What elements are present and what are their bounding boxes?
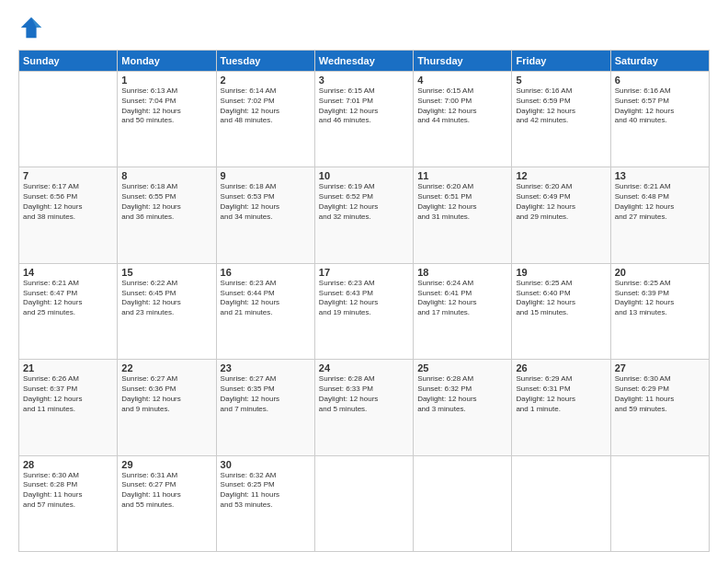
calendar-cell: 30Sunrise: 6:32 AM Sunset: 6:25 PM Dayli… [216, 455, 314, 551]
day-number: 13 [615, 170, 705, 181]
day-number: 2 [221, 75, 311, 86]
calendar-cell [610, 455, 709, 551]
day-info: Sunrise: 6:17 AM Sunset: 6:56 PM Dayligh… [23, 182, 113, 222]
day-info: Sunrise: 6:16 AM Sunset: 6:57 PM Dayligh… [615, 86, 705, 126]
day-number: 29 [121, 459, 211, 470]
day-number: 17 [319, 267, 409, 278]
day-number: 1 [121, 75, 211, 86]
page: SundayMondayTuesdayWednesdayThursdayFrid… [0, 0, 728, 563]
day-info: Sunrise: 6:18 AM Sunset: 6:55 PM Dayligh… [121, 182, 211, 222]
calendar-cell: 3Sunrise: 6:15 AM Sunset: 7:01 PM Daylig… [314, 72, 413, 167]
calendar-week-row: 28Sunrise: 6:30 AM Sunset: 6:28 PM Dayli… [19, 455, 710, 551]
day-number: 20 [615, 267, 705, 278]
calendar-body: 1Sunrise: 6:13 AM Sunset: 7:04 PM Daylig… [19, 72, 710, 552]
day-number: 8 [121, 170, 211, 181]
header [18, 15, 710, 40]
day-info: Sunrise: 6:28 AM Sunset: 6:33 PM Dayligh… [319, 374, 409, 414]
calendar-cell: 11Sunrise: 6:20 AM Sunset: 6:51 PM Dayli… [414, 167, 512, 263]
calendar-cell [19, 72, 118, 167]
calendar-cell [314, 455, 413, 551]
weekday-header: Monday [118, 51, 216, 72]
day-number: 21 [23, 362, 113, 373]
day-number: 5 [516, 75, 606, 86]
day-info: Sunrise: 6:28 AM Sunset: 6:32 PM Dayligh… [417, 374, 507, 414]
day-info: Sunrise: 6:23 AM Sunset: 6:44 PM Dayligh… [221, 279, 311, 318]
day-number: 9 [221, 170, 311, 181]
day-info: Sunrise: 6:30 AM Sunset: 6:28 PM Dayligh… [23, 471, 113, 511]
calendar-cell: 19Sunrise: 6:25 AM Sunset: 6:40 PM Dayli… [512, 263, 610, 359]
day-info: Sunrise: 6:21 AM Sunset: 6:48 PM Dayligh… [615, 182, 705, 222]
calendar-cell: 15Sunrise: 6:22 AM Sunset: 6:45 PM Dayli… [118, 263, 216, 359]
day-info: Sunrise: 6:19 AM Sunset: 6:52 PM Dayligh… [319, 182, 409, 222]
day-number: 25 [417, 362, 507, 373]
calendar-cell: 29Sunrise: 6:31 AM Sunset: 6:27 PM Dayli… [118, 455, 216, 551]
calendar-cell: 4Sunrise: 6:15 AM Sunset: 7:00 PM Daylig… [414, 72, 512, 167]
weekday-header: Friday [512, 51, 610, 72]
logo [18, 15, 48, 40]
calendar-cell: 9Sunrise: 6:18 AM Sunset: 6:53 PM Daylig… [216, 167, 314, 263]
day-info: Sunrise: 6:15 AM Sunset: 7:00 PM Dayligh… [417, 86, 507, 126]
calendar-cell: 13Sunrise: 6:21 AM Sunset: 6:48 PM Dayli… [610, 167, 709, 263]
calendar-cell: 5Sunrise: 6:16 AM Sunset: 6:59 PM Daylig… [512, 72, 610, 167]
calendar-cell: 20Sunrise: 6:25 AM Sunset: 6:39 PM Dayli… [610, 263, 709, 359]
weekday-header: Tuesday [216, 51, 314, 72]
day-info: Sunrise: 6:29 AM Sunset: 6:31 PM Dayligh… [516, 374, 606, 414]
day-info: Sunrise: 6:22 AM Sunset: 6:45 PM Dayligh… [121, 279, 211, 318]
calendar-cell: 25Sunrise: 6:28 AM Sunset: 6:32 PM Dayli… [414, 360, 512, 455]
calendar-cell [414, 455, 512, 551]
calendar-cell: 14Sunrise: 6:21 AM Sunset: 6:47 PM Dayli… [19, 263, 118, 359]
day-info: Sunrise: 6:23 AM Sunset: 6:43 PM Dayligh… [319, 279, 409, 318]
calendar-cell: 21Sunrise: 6:26 AM Sunset: 6:37 PM Dayli… [19, 360, 118, 455]
calendar-week-row: 1Sunrise: 6:13 AM Sunset: 7:04 PM Daylig… [19, 72, 710, 167]
calendar-week-row: 21Sunrise: 6:26 AM Sunset: 6:37 PM Dayli… [19, 360, 710, 455]
day-number: 4 [417, 75, 507, 86]
calendar-cell: 16Sunrise: 6:23 AM Sunset: 6:44 PM Dayli… [216, 263, 314, 359]
calendar-cell: 12Sunrise: 6:20 AM Sunset: 6:49 PM Dayli… [512, 167, 610, 263]
day-number: 28 [23, 459, 113, 470]
day-number: 3 [319, 75, 409, 86]
calendar-cell: 18Sunrise: 6:24 AM Sunset: 6:41 PM Dayli… [414, 263, 512, 359]
day-info: Sunrise: 6:20 AM Sunset: 6:49 PM Dayligh… [516, 182, 606, 222]
day-info: Sunrise: 6:31 AM Sunset: 6:27 PM Dayligh… [121, 471, 211, 511]
day-number: 16 [221, 267, 311, 278]
day-info: Sunrise: 6:27 AM Sunset: 6:35 PM Dayligh… [221, 374, 311, 414]
day-info: Sunrise: 6:21 AM Sunset: 6:47 PM Dayligh… [23, 279, 113, 318]
day-info: Sunrise: 6:15 AM Sunset: 7:01 PM Dayligh… [319, 86, 409, 126]
day-number: 11 [417, 170, 507, 181]
weekday-header: Saturday [610, 51, 709, 72]
day-number: 27 [615, 362, 705, 373]
day-number: 6 [615, 75, 705, 86]
day-info: Sunrise: 6:20 AM Sunset: 6:51 PM Dayligh… [417, 182, 507, 222]
calendar-cell: 26Sunrise: 6:29 AM Sunset: 6:31 PM Dayli… [512, 360, 610, 455]
weekday-header: Thursday [414, 51, 512, 72]
calendar-cell: 24Sunrise: 6:28 AM Sunset: 6:33 PM Dayli… [314, 360, 413, 455]
calendar-cell: 27Sunrise: 6:30 AM Sunset: 6:29 PM Dayli… [610, 360, 709, 455]
calendar-cell: 1Sunrise: 6:13 AM Sunset: 7:04 PM Daylig… [118, 72, 216, 167]
calendar-cell: 22Sunrise: 6:27 AM Sunset: 6:36 PM Dayli… [118, 360, 216, 455]
day-info: Sunrise: 6:30 AM Sunset: 6:29 PM Dayligh… [615, 374, 705, 414]
day-info: Sunrise: 6:27 AM Sunset: 6:36 PM Dayligh… [121, 374, 211, 414]
calendar-cell: 7Sunrise: 6:17 AM Sunset: 6:56 PM Daylig… [19, 167, 118, 263]
day-number: 23 [221, 362, 311, 373]
calendar-cell: 6Sunrise: 6:16 AM Sunset: 6:57 PM Daylig… [610, 72, 709, 167]
day-number: 26 [516, 362, 606, 373]
day-info: Sunrise: 6:32 AM Sunset: 6:25 PM Dayligh… [221, 471, 311, 511]
day-number: 18 [417, 267, 507, 278]
day-number: 22 [121, 362, 211, 373]
calendar-table: SundayMondayTuesdayWednesdayThursdayFrid… [18, 50, 710, 552]
calendar-cell: 8Sunrise: 6:18 AM Sunset: 6:55 PM Daylig… [118, 167, 216, 263]
day-info: Sunrise: 6:25 AM Sunset: 6:39 PM Dayligh… [615, 279, 705, 318]
calendar-cell: 28Sunrise: 6:30 AM Sunset: 6:28 PM Dayli… [19, 455, 118, 551]
day-info: Sunrise: 6:13 AM Sunset: 7:04 PM Dayligh… [121, 86, 211, 126]
day-number: 10 [319, 170, 409, 181]
calendar-cell: 2Sunrise: 6:14 AM Sunset: 7:02 PM Daylig… [216, 72, 314, 167]
day-number: 14 [23, 267, 113, 278]
calendar-week-row: 14Sunrise: 6:21 AM Sunset: 6:47 PM Dayli… [19, 263, 710, 359]
day-number: 15 [121, 267, 211, 278]
day-info: Sunrise: 6:14 AM Sunset: 7:02 PM Dayligh… [221, 86, 311, 126]
day-info: Sunrise: 6:25 AM Sunset: 6:40 PM Dayligh… [516, 279, 606, 318]
day-number: 24 [319, 362, 409, 373]
calendar-cell [512, 455, 610, 551]
weekday-header: Sunday [19, 51, 118, 72]
calendar-week-row: 7Sunrise: 6:17 AM Sunset: 6:56 PM Daylig… [19, 167, 710, 263]
